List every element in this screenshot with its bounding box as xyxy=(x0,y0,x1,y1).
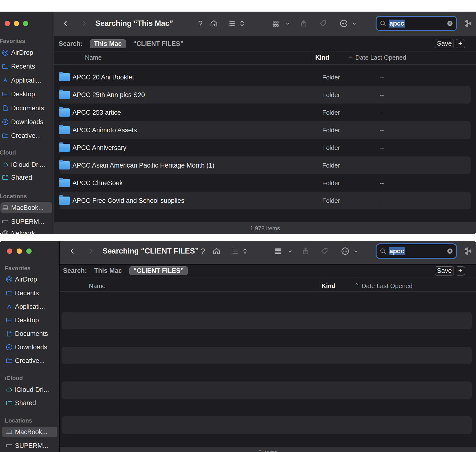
file-date-last-opened: -- xyxy=(380,197,384,204)
sidebar-item-desktop[interactable]: Desktop xyxy=(0,89,52,99)
close-button[interactable] xyxy=(5,21,10,26)
sidebar-item-downloads[interactable]: Downloads xyxy=(0,117,52,127)
clear-search-icon[interactable] xyxy=(447,20,453,27)
forward-button[interactable] xyxy=(87,247,94,255)
sidebar-item-label: AirDrop xyxy=(15,276,37,283)
file-row[interactable]: APCC ChueSoekFolder-- xyxy=(54,174,476,192)
file-row[interactable]: APCC 20 Ani BookletFolder-- xyxy=(54,68,476,86)
more-actions-icon[interactable] xyxy=(341,247,350,256)
scope-option-client-files[interactable]: “CLIENT FILES” xyxy=(129,266,188,275)
column-separator[interactable] xyxy=(319,279,319,290)
zoom-button[interactable] xyxy=(26,248,32,254)
column-headers: Name Kind Date Last Opened xyxy=(54,51,476,65)
sidebar-item-recents[interactable]: Recents xyxy=(2,288,57,298)
sidebar-item-superm[interactable]: SUPERM... xyxy=(2,440,57,451)
save-controls: Save + xyxy=(435,39,465,48)
tag-icon[interactable] xyxy=(320,247,329,255)
file-name: APCC Asian American Pacific Heritage Mon… xyxy=(72,162,214,169)
view-options-stepper-icon[interactable] xyxy=(239,19,245,28)
file-row[interactable]: APCC Asian American Pacific Heritage Mon… xyxy=(54,156,476,174)
sidebar-item-icloud-dri[interactable]: iCloud Dri... xyxy=(0,159,52,170)
scope-option-client-files[interactable]: “CLIENT FILES” xyxy=(133,40,184,48)
sidebar-item-creative[interactable]: Creative... xyxy=(0,130,52,141)
column-separator[interactable] xyxy=(353,53,353,63)
file-row[interactable]: APCC 25th Ann pics S20Folder-- xyxy=(54,86,476,104)
window-main: Searching “This Mac” ? xyxy=(54,12,476,234)
sidebar-item-airdrop[interactable]: AirDrop xyxy=(2,274,57,285)
save-search-button[interactable]: Save xyxy=(435,39,454,48)
back-button[interactable] xyxy=(69,247,76,255)
group-by-chevron-icon[interactable] xyxy=(285,21,290,26)
column-separator[interactable] xyxy=(359,279,359,290)
sidebar-item-documents[interactable]: Documents xyxy=(0,103,52,113)
sidebar-item-icloud-dri[interactable]: iCloud Dri... xyxy=(2,384,57,395)
file-row[interactable]: APCC Animoto AssetsFolder-- xyxy=(54,121,476,139)
list-view-icon[interactable] xyxy=(231,247,239,255)
sidebar-section-locations: Locations xyxy=(5,417,32,424)
column-kind[interactable]: Kind xyxy=(315,54,329,61)
file-row[interactable]: APCC AnniversaryFolder-- xyxy=(54,139,476,156)
list-view-icon[interactable] xyxy=(228,19,236,28)
sidebar-item-downloads[interactable]: Downloads xyxy=(2,342,57,353)
column-headers: Name Kind Date Last Opened xyxy=(60,277,476,292)
fan-utility-icon[interactable] xyxy=(463,247,472,256)
save-search-button[interactable]: Save xyxy=(435,266,454,275)
minimize-button[interactable] xyxy=(17,248,22,254)
group-by-icon[interactable] xyxy=(274,247,282,255)
search-input[interactable]: apcc xyxy=(377,244,456,258)
help-icon[interactable]: ? xyxy=(201,247,205,256)
scope-option-this-mac[interactable]: This Mac xyxy=(90,39,126,48)
sidebar-item-desktop[interactable]: Desktop xyxy=(2,315,57,325)
more-actions-chevron-icon[interactable] xyxy=(353,249,358,254)
sidebar-section-locations: Locations xyxy=(0,193,27,200)
back-button[interactable] xyxy=(62,19,69,28)
sidebar-item-macbook[interactable]: MacBook... xyxy=(2,427,57,437)
add-criteria-button[interactable]: + xyxy=(456,39,465,48)
column-separator[interactable] xyxy=(313,53,313,63)
column-date-last-opened[interactable]: Date Last Opened xyxy=(362,282,413,290)
sidebar-item-creative[interactable]: Creative... xyxy=(2,355,57,366)
more-actions-icon[interactable] xyxy=(339,19,348,28)
column-name[interactable]: Name xyxy=(89,282,105,290)
sidebar-item-shared[interactable]: Shared xyxy=(0,172,52,183)
more-actions-chevron-icon[interactable] xyxy=(352,21,357,26)
home-icon[interactable] xyxy=(212,247,221,255)
zoom-button[interactable] xyxy=(23,21,28,26)
save-controls: Save + xyxy=(435,266,465,275)
scope-option-this-mac[interactable]: This Mac xyxy=(94,267,122,275)
column-kind[interactable]: Kind xyxy=(322,282,336,290)
share-icon[interactable] xyxy=(299,19,308,28)
tag-icon[interactable] xyxy=(319,19,327,28)
sidebar-item-macbook[interactable]: MacBook... xyxy=(0,202,52,213)
sidebar-item-airdrop[interactable]: AirDrop xyxy=(0,47,52,58)
sidebar-item-documents[interactable]: Documents xyxy=(2,328,57,339)
share-icon[interactable] xyxy=(301,247,310,255)
minimize-button[interactable] xyxy=(14,21,19,26)
sidebar-item-applicati[interactable]: Applicati... xyxy=(2,301,57,312)
folder-user-icon xyxy=(5,399,13,407)
help-icon[interactable]: ? xyxy=(198,19,203,28)
sidebar-item-applicati[interactable]: Applicati... xyxy=(0,75,52,86)
search-input[interactable]: apcc xyxy=(377,17,456,30)
column-name[interactable]: Name xyxy=(85,54,102,61)
forward-button[interactable] xyxy=(80,19,88,28)
file-row[interactable]: APCC Free Covid and School suppliesFolde… xyxy=(54,192,476,209)
clear-search-icon[interactable] xyxy=(447,248,453,254)
sidebar-item-shared[interactable]: Shared xyxy=(2,398,57,408)
view-options-stepper-icon[interactable] xyxy=(242,247,248,255)
fan-utility-icon[interactable] xyxy=(463,19,472,28)
home-icon[interactable] xyxy=(210,19,218,28)
sidebar-item-recents[interactable]: Recents xyxy=(0,61,52,72)
group-by-chevron-icon[interactable] xyxy=(287,249,293,254)
group-by-icon[interactable] xyxy=(271,19,280,28)
column-date-last-opened[interactable]: Date Last Opened xyxy=(355,54,406,61)
sidebar-item-superm[interactable]: SUPERM... xyxy=(0,216,52,227)
close-button[interactable] xyxy=(7,248,12,254)
sidebar-section-favorites: Favorites xyxy=(0,38,25,44)
add-criteria-button[interactable]: + xyxy=(456,266,465,275)
drive-icon xyxy=(1,218,9,226)
folder-icon xyxy=(59,108,70,117)
file-row[interactable]: APCC 253 articeFolder-- xyxy=(54,104,476,121)
search-value: apcc xyxy=(389,20,405,28)
sidebar-item-network[interactable]: Network xyxy=(0,228,52,234)
